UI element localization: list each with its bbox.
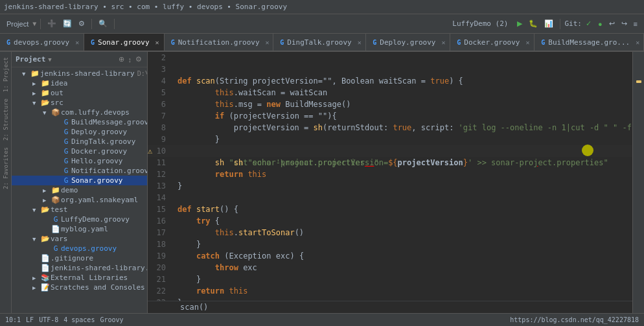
code-line-row-14: 14	[148, 192, 632, 204]
tree-luffydemo[interactable]: G LuffyDemo.groovy	[12, 215, 147, 224]
devops-file-icon: G	[51, 244, 61, 253]
project-title: Project	[16, 55, 45, 64]
tab-deploy-close[interactable]: ✕	[441, 39, 445, 46]
tree-sonar[interactable]: G Sonar.groovy	[12, 176, 147, 185]
project-actions: ⊕ ↕ ⚙	[117, 54, 144, 64]
tree-notification[interactable]: G Notification.groovy	[12, 166, 147, 176]
project-button[interactable]: Project	[4, 19, 31, 29]
vars-icon: 📂	[40, 235, 51, 243]
vars-arrow: ▼	[32, 236, 40, 242]
tree-ext-libs[interactable]: ▶ 📚 External Libraries	[12, 273, 147, 283]
tab-notification-label: Notification.groovy	[178, 38, 260, 47]
tab-devops-close[interactable]: ✕	[75, 39, 79, 46]
code-line-row-15: 15 def start() {	[148, 204, 632, 215]
code-line-row-22: 22 return this	[148, 285, 632, 297]
top-bar-path: jenkins-shared-library • src • com • luf…	[4, 3, 287, 11]
tree-vars[interactable]: ▼ 📂 vars	[12, 234, 147, 244]
tree-idea[interactable]: ▶ 📁 idea	[12, 78, 147, 88]
strip-project[interactable]: 1: Project	[1, 54, 10, 95]
tree-root-label: jenkins-shared-library	[40, 69, 135, 78]
tab-docker-close[interactable]: ✕	[525, 39, 529, 46]
project-add-btn[interactable]: ⊕	[117, 54, 126, 64]
git-check-btn[interactable]: ✓	[583, 18, 594, 29]
tree-gitignore[interactable]: 📄 .gitignore	[12, 253, 147, 263]
tree-demo[interactable]: ▶ 📁 demo	[12, 185, 147, 195]
sonar-icon: G	[61, 176, 71, 185]
side-strip-left: 1: Project 2: Structure 2: Favorites	[0, 52, 12, 313]
tree-buildmessage[interactable]: G BuildMessage.groovy	[12, 117, 147, 127]
tab-deploy-label: Deploy.groovy	[380, 38, 435, 47]
cursor-indicator	[582, 145, 593, 156]
run-btn[interactable]: ▶	[514, 18, 525, 29]
coverage-btn[interactable]: 📊	[542, 18, 556, 29]
toolbar-settings-btn[interactable]: ⚙	[76, 18, 87, 29]
code-line-row-10: ⚠ 10 sh "echo '\nsonar.projectVersion=${…	[148, 145, 632, 157]
tab-deploy[interactable]: G Deploy.groovy ✕	[366, 34, 450, 51]
ext-libs-arrow: ▶	[32, 275, 40, 281]
editor-content[interactable]: 1 package com.luffy.devops 2 3 4 def sca…	[148, 52, 632, 301]
scratches-label: Scratches and Consoles	[51, 283, 145, 292]
tab-sonar-icon: G	[91, 39, 95, 46]
tree-iml[interactable]: 📄 jenkins-shared-library.iml	[12, 263, 147, 273]
gitignore-icon: 📄	[40, 254, 51, 262]
tree-myblog[interactable]: 📄 myblog.yaml	[12, 224, 147, 234]
tree-scratches[interactable]: ▶ 📝 Scratches and Consoles	[12, 283, 147, 292]
tab-devops[interactable]: G devops.groovy ✕	[0, 34, 84, 51]
tree-docker[interactable]: G Docker.groovy	[12, 146, 147, 156]
tree-package[interactable]: ▼ 📦 com.luffy.devops	[12, 108, 147, 117]
docker-label: Docker.groovy	[71, 147, 127, 156]
code-line-row-7: 7 if (projectVersion == ""){	[148, 110, 632, 122]
toolbar-separator-2	[91, 19, 92, 29]
test-icon: 📂	[40, 205, 51, 214]
tree-hello[interactable]: G Hello.groovy	[12, 156, 147, 166]
tree-test[interactable]: ▼ 📂 test	[12, 205, 147, 215]
tree-src[interactable]: ▼ 📂 src	[12, 98, 147, 108]
tab-buildmessage[interactable]: G BuildMessage.gro... ✕	[535, 34, 644, 51]
git-label: Git:	[564, 19, 582, 28]
package-arrow: ▼	[43, 110, 51, 116]
strip-structure[interactable]: 2: Structure	[1, 96, 10, 143]
debug-btn[interactable]: 🐛	[526, 18, 540, 29]
project-sync-btn[interactable]: ↕	[127, 54, 133, 64]
tab-dingtalk[interactable]: G DingTalk.groovy ✕	[273, 34, 366, 51]
tree-devops-file[interactable]: G devops.groovy	[12, 244, 147, 253]
undo-btn[interactable]: ↩	[606, 18, 617, 29]
tree-deploy[interactable]: G Deploy.groovy	[12, 127, 147, 137]
tab-dingtalk-close[interactable]: ✕	[358, 39, 362, 46]
tab-notification[interactable]: G Notification.groovy ✕	[165, 34, 274, 51]
tree-out[interactable]: ▶ 📁 out	[12, 88, 147, 98]
tab-docker[interactable]: G Docker.groovy ✕	[450, 34, 535, 51]
toolbar-filter-btn[interactable]: 🔍	[96, 18, 110, 29]
toolbar-sync-btn[interactable]: 🔄	[60, 18, 75, 29]
tree-dingtalk[interactable]: G DingTalk.groovy	[12, 137, 147, 146]
deploy-label: Deploy.groovy	[71, 128, 127, 136]
iml-label: jenkins-shared-library.iml	[51, 264, 147, 272]
demo-label: demo	[61, 186, 78, 194]
tab-docker-icon: G	[457, 39, 461, 46]
tab-notification-close[interactable]: ✕	[266, 39, 270, 46]
tree-org-yaml[interactable]: ▶ 📦 org.yaml.snakeyaml	[12, 195, 147, 205]
code-line-row-6: 6 this.msg = new BuildMessage()	[148, 99, 632, 110]
tab-buildmessage-close[interactable]: ✕	[636, 39, 639, 46]
redo-btn[interactable]: ↪	[619, 18, 630, 29]
tab-sonar-close[interactable]: ✕	[155, 39, 159, 46]
code-line-row-3: 3	[148, 64, 632, 75]
project-header: Project ▼ ⊕ ↕ ⚙	[12, 52, 147, 67]
hello-label: Hello.groovy	[71, 157, 122, 165]
git-status-btn[interactable]: ●	[595, 19, 605, 29]
tab-notification-icon: G	[171, 39, 175, 46]
toolbar-add-btn[interactable]: ➕	[45, 18, 59, 29]
menu-btn[interactable]: ≡	[631, 19, 640, 29]
notification-icon: G	[61, 167, 71, 175]
bottom-status-1: 10:1	[5, 316, 21, 323]
tab-sonar[interactable]: G Sonar.groovy ✕	[84, 34, 165, 51]
iml-icon: 📄	[40, 264, 51, 272]
notification-label: Notification.groovy	[71, 167, 147, 175]
sonar-label: Sonar.groovy	[71, 176, 122, 185]
hello-icon: G	[61, 157, 71, 165]
tree-root[interactable]: ▼ 📁 jenkins-shared-library D:\Worksp...	[12, 69, 147, 78]
strip-favorites[interactable]: 2: Favorites	[1, 145, 10, 192]
ext-libs-icon: 📚	[40, 274, 51, 282]
myblog-label: myblog.yaml	[61, 225, 108, 233]
project-gear-btn[interactable]: ⚙	[134, 54, 143, 64]
